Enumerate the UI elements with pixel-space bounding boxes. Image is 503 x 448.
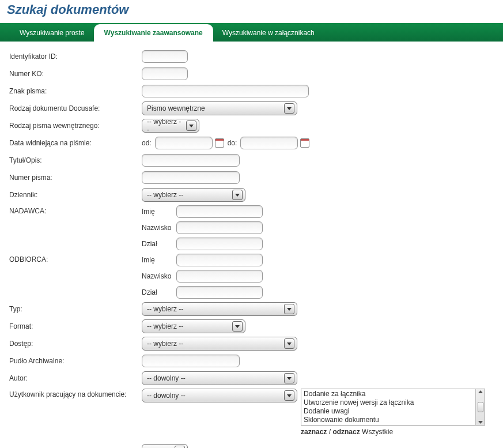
list-item[interactable]: Sklonowanie dokumentu bbox=[304, 416, 473, 424]
separator: / bbox=[327, 428, 332, 436]
autor-value: -- dowolny -- bbox=[147, 374, 281, 382]
label-odbiorca: ODBIORCA: bbox=[9, 254, 142, 263]
nadawca-imie-input[interactable] bbox=[176, 205, 263, 218]
label-odbiorca-nazwisko: Nazwisko bbox=[142, 272, 176, 280]
rodzaj-pisma-wew-select[interactable]: -- wybierz -- bbox=[142, 119, 199, 133]
label-numer-pisma: Numer pisma: bbox=[9, 174, 142, 182]
search-form: Identyfikator ID: Numer KO: Znak pisma: … bbox=[0, 42, 503, 448]
label-format: Format: bbox=[9, 322, 142, 330]
dostep-select[interactable]: -- wybierz -- bbox=[142, 337, 297, 351]
liczba-wynikow-select[interactable]: 50 bbox=[142, 444, 188, 448]
label-tytul-opis: Tytuł/Opis: bbox=[9, 156, 142, 164]
dziennik-value: -- wybierz -- bbox=[147, 191, 229, 199]
label-odbiorca-imie: Imię bbox=[142, 256, 176, 264]
date-from-input[interactable] bbox=[155, 137, 213, 149]
uzytkownik-select[interactable]: -- dowolny -- bbox=[142, 389, 297, 402]
typ-select[interactable]: -- wybierz -- bbox=[142, 302, 297, 316]
rodzaj-doc-select[interactable]: Pismo wewnętrzne bbox=[142, 101, 297, 115]
numer-pisma-input[interactable] bbox=[142, 171, 240, 184]
nadawca-dzial-input[interactable] bbox=[176, 238, 263, 250]
label-nadawca-dzial: Dział bbox=[142, 240, 176, 248]
label-id: Identyfikator ID: bbox=[9, 52, 142, 61]
chevron-down-icon bbox=[284, 304, 294, 314]
label-odbiorca-dzial: Dział bbox=[142, 288, 176, 296]
chevron-down-icon bbox=[284, 373, 294, 383]
tab-attachment-search[interactable]: Wyszukiwanie w załącznikach bbox=[213, 24, 324, 42]
date-to-input[interactable] bbox=[240, 137, 298, 149]
label-nadawca-imie: Imię bbox=[142, 208, 176, 216]
chevron-down-icon bbox=[175, 446, 185, 448]
chevron-down-icon bbox=[284, 390, 294, 401]
list-item[interactable]: Dodanie za łącznika bbox=[304, 390, 473, 398]
wszystkie-text: Wszystkie bbox=[360, 428, 393, 436]
dostep-value: -- wybierz -- bbox=[147, 340, 281, 348]
list-item[interactable]: Utworzenie nowej wersji za łącznika bbox=[304, 398, 473, 407]
format-select[interactable]: -- wybierz -- bbox=[142, 319, 245, 333]
znak-pisma-input[interactable] bbox=[142, 85, 309, 97]
label-typ: Typ: bbox=[9, 305, 142, 313]
chevron-down-icon bbox=[284, 338, 294, 349]
label-rodzaj-pisma-wew: Rodzaj pisma wewnętrznego: bbox=[9, 122, 142, 130]
scroll-thumb[interactable] bbox=[478, 402, 483, 412]
chevron-down-icon bbox=[186, 121, 196, 131]
label-nadawca-nazwisko: Nazwisko bbox=[142, 224, 176, 232]
odznacz-link[interactable]: odznacz bbox=[332, 428, 360, 436]
pudlo-input[interactable] bbox=[142, 355, 240, 367]
page-title: Szukaj dokumentów bbox=[0, 0, 503, 23]
select-all-line: zaznacz / odznacz Wszystkie bbox=[301, 428, 485, 436]
chevron-down-icon bbox=[284, 103, 294, 114]
scrollbar[interactable] bbox=[475, 389, 485, 425]
label-autor: Autor: bbox=[9, 374, 142, 382]
tab-simple-search[interactable]: Wyszukiwanie proste bbox=[10, 24, 94, 42]
calendar-icon[interactable] bbox=[215, 138, 224, 148]
tytul-opis-input[interactable] bbox=[142, 154, 240, 167]
nadawca-nazwisko-input[interactable] bbox=[176, 221, 263, 234]
list-item[interactable]: Dodanie uwagi bbox=[304, 407, 473, 416]
odbiorca-dzial-input[interactable] bbox=[176, 286, 263, 299]
chevron-down-icon bbox=[232, 190, 243, 200]
rodzaj-pisma-wew-value: -- wybierz -- bbox=[147, 118, 183, 134]
label-uzytkownik: Użytkownik pracujący na dokumencie: bbox=[9, 389, 142, 398]
tab-bar: Wyszukiwanie proste Wyszukiwanie zaawans… bbox=[0, 23, 503, 42]
label-rodzaj-doc: Rodzaj dokumentu Docusafe: bbox=[9, 104, 142, 112]
label-data-widniejaca: Data widniejąca na piśmie: bbox=[9, 139, 142, 147]
label-od: od: bbox=[142, 139, 152, 147]
typ-value: -- wybierz -- bbox=[147, 305, 281, 313]
scroll-down-icon[interactable] bbox=[478, 421, 483, 424]
label-do: do: bbox=[228, 139, 237, 147]
label-numer-ko: Numer KO: bbox=[9, 70, 142, 78]
odbiorca-imie-input[interactable] bbox=[176, 254, 263, 266]
calendar-icon[interactable] bbox=[300, 138, 309, 148]
rodzaj-doc-value: Pismo wewnętrzne bbox=[147, 104, 281, 112]
tab-advanced-search[interactable]: Wyszukiwanie zaawansowane bbox=[94, 24, 213, 42]
id-input[interactable] bbox=[142, 50, 188, 63]
chevron-down-icon bbox=[232, 321, 243, 332]
scroll-up-icon[interactable] bbox=[478, 390, 483, 393]
label-pudlo: Pudło Archiwalne: bbox=[9, 357, 142, 365]
format-value: -- wybierz -- bbox=[147, 322, 229, 330]
dziennik-select[interactable]: -- wybierz -- bbox=[142, 188, 245, 202]
zaznacz-link[interactable]: zaznacz bbox=[301, 428, 327, 436]
numer-ko-input[interactable] bbox=[142, 67, 188, 80]
label-dziennik: Dziennik: bbox=[9, 191, 142, 199]
label-nadawca: NADAWCA: bbox=[9, 205, 142, 215]
odbiorca-nazwisko-input[interactable] bbox=[176, 270, 263, 283]
autor-select[interactable]: -- dowolny -- bbox=[142, 371, 297, 385]
label-dostep: Dostęp: bbox=[9, 340, 142, 348]
label-znak-pisma: Znak pisma: bbox=[9, 87, 142, 95]
uzytkownik-value: -- dowolny -- bbox=[147, 391, 281, 400]
action-listbox[interactable]: Dodanie za łącznika Utworzenie nowej wer… bbox=[301, 389, 485, 426]
